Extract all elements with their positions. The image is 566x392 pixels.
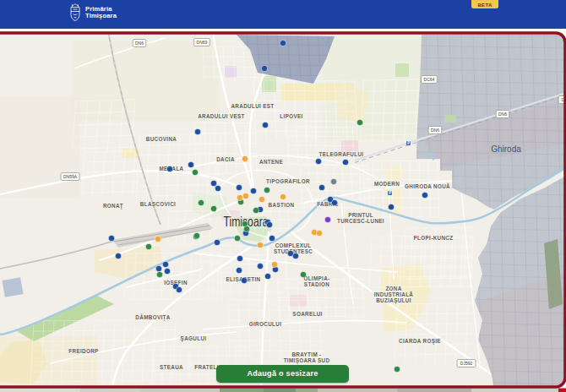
- svg-text:DN6: DN6: [135, 41, 144, 46]
- svg-text:ANTENE: ANTENE: [259, 159, 283, 165]
- svg-text:GIROCULUI: GIROCULUI: [249, 321, 281, 327]
- svg-text:SOARELUI: SOARELUI: [292, 311, 322, 317]
- svg-text:DÂMBOVIŢA: DÂMBOVIŢA: [135, 313, 170, 321]
- svg-text:FREIDORP: FREIDORP: [68, 348, 98, 354]
- svg-text:GHIRODA NOUĂ: GHIRODA NOUĂ: [405, 182, 450, 189]
- svg-text:BUZIAŞULUI: BUZIAŞULUI: [376, 297, 411, 304]
- svg-text:BASTION: BASTION: [269, 202, 295, 208]
- svg-text:TIPOGRAFILOR: TIPOGRAFILOR: [266, 178, 310, 184]
- svg-text:ZONA: ZONA: [385, 286, 401, 291]
- svg-text:COMPLEXUL: COMPLEXUL: [275, 242, 312, 248]
- svg-text:TIMIŞOARA SUD: TIMIŞOARA SUD: [284, 357, 330, 364]
- svg-text:TURCESC-LUNEI: TURCESC-LUNEI: [337, 218, 384, 224]
- svg-text:DC64: DC64: [424, 77, 435, 82]
- svg-text:STEAUA: STEAUA: [160, 364, 183, 370]
- svg-text:DN59A: DN59A: [63, 174, 78, 179]
- svg-text:ŞAGULUI: ŞAGULUI: [181, 335, 207, 342]
- svg-text:BUCOVINA: BUCOVINA: [146, 136, 177, 142]
- svg-text:LIPOVEI: LIPOVEI: [280, 113, 302, 119]
- svg-text:BLAŞCOVICI: BLAŞCOVICI: [140, 201, 176, 208]
- svg-text:ARADULUI VEST: ARADULUI VEST: [198, 113, 245, 119]
- svg-text:DJ592: DJ592: [460, 361, 473, 366]
- svg-text:MODERN: MODERN: [374, 181, 400, 187]
- svg-text:INDUSTRIALĂ: INDUSTRIALĂ: [374, 291, 414, 297]
- svg-text:STADION: STADION: [304, 281, 329, 287]
- svg-text:CIARDA ROŞIE: CIARDA ROŞIE: [399, 338, 441, 345]
- svg-text:DN6: DN6: [498, 112, 507, 117]
- svg-text:PLOPI-KUNCZ: PLOPI-KUNCZ: [414, 235, 454, 241]
- svg-text:DACIA: DACIA: [216, 156, 235, 162]
- svg-text:Ghiroda: Ghiroda: [491, 144, 521, 154]
- svg-text:ARADULUI EST: ARADULUI EST: [231, 103, 274, 109]
- svg-text:DN69: DN69: [197, 40, 208, 45]
- svg-text:P: P: [407, 141, 410, 145]
- svg-text:OLIMPIA-: OLIMPIA-: [303, 275, 329, 281]
- svg-text:RONAŢ: RONAŢ: [103, 203, 123, 210]
- svg-text:DN6: DN6: [431, 128, 439, 133]
- svg-text:P: P: [389, 191, 391, 195]
- svg-text:BRAYTIM -: BRAYTIM -: [291, 351, 321, 357]
- svg-text:TELEGRAFULUI: TELEGRAFULUI: [319, 151, 364, 157]
